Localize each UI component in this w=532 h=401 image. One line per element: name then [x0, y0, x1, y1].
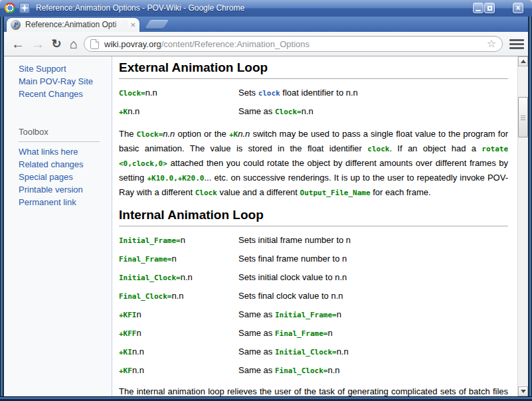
section-heading-external-animation-loop: External Animation Loop [119, 60, 508, 79]
address-bar[interactable]: wiki.povray.org/content/Reference:Animat… [84, 36, 503, 52]
definition-row: +Kn.n Same as Clock=n.n [119, 106, 508, 116]
window-close-button[interactable]: × [513, 3, 523, 13]
code-ref: Initial_Clock= [275, 348, 337, 357]
wiki-sidebar: Site Support Main POV-Ray Site Recent Ch… [4, 56, 112, 396]
page-icon[interactable] [90, 39, 99, 49]
definition-row: Clock=n.n Sets clock float identifier to… [119, 88, 508, 98]
new-tab-button[interactable] [145, 20, 169, 29]
gear-icon [21, 5, 28, 11]
paragraph-external-loop: The Clock=n.n option or the +Kn.n switch… [119, 127, 508, 200]
term-variable: n.n [128, 106, 139, 116]
window-border-bottom [0, 396, 532, 401]
home-icon: ⌂ [70, 37, 78, 52]
definition-row: Final_Frame=n Sets final frame number to… [119, 254, 508, 264]
home-button[interactable]: ⌂ [65, 35, 82, 53]
code-term: +KF [119, 366, 132, 375]
sidebar-item-special-pages[interactable]: Special pages [19, 171, 112, 183]
definition-list-external: Clock=n.n Sets clock float identifier to… [119, 88, 508, 116]
browser-window: Reference:Animation Options - POV-Wiki -… [0, 0, 532, 401]
code-ref: clock [367, 145, 389, 153]
tab-title: Reference:Animation Opti [25, 20, 128, 30]
scrollbar-grip [521, 116, 525, 120]
reload-icon: ↻ [51, 37, 61, 51]
code-term: +KI [119, 348, 132, 357]
bookmark-star-icon[interactable]: ☆ [487, 39, 496, 49]
scroll-down-button[interactable] [518, 386, 528, 396]
code-ref: Initial_Frame= [275, 311, 337, 319]
definition-row: Final_Clock=n.n Sets final clock value t… [119, 291, 508, 301]
sidebar-item-site-support[interactable]: Site Support [19, 62, 112, 75]
definition-row: +KFFn Same as Final_Frame=n [119, 328, 508, 338]
code-term: Final_Clock= [119, 292, 171, 301]
forward-button[interactable]: → [29, 35, 46, 53]
browser-toolbar: ← → ↻ ⌂ wiki.povray.org/content/Referenc… [4, 32, 528, 56]
url-text[interactable]: wiki.povray.org/content/Reference:Animat… [104, 39, 487, 49]
definition-row: +KIn.n Same as Initial_Clock=n.n [119, 347, 508, 357]
tab-close-icon[interactable]: × [130, 21, 135, 29]
section-heading-internal-animation-loop: Internal Animation Loop [119, 208, 508, 226]
code-term: +K [119, 108, 128, 116]
code-ref: Clock [195, 189, 217, 197]
forward-icon: → [31, 37, 44, 52]
definition-row: Initial_Clock=n.n Sets initial clock val… [119, 272, 508, 282]
definition-row: +KFIn Same as Initial_Frame=n [119, 309, 508, 319]
scroll-down-icon [521, 390, 526, 393]
article-body: External Animation Loop Clock=n.n Sets c… [112, 56, 517, 396]
code-term: Final_Frame= [119, 255, 171, 264]
tab-strip: P Reference:Animation Opti × [4, 17, 528, 32]
code-ref: Clock= [137, 130, 163, 139]
title-bar: Reference:Animation Options - POV-Wiki -… [0, 0, 532, 17]
code-term: +KFI [119, 311, 137, 319]
code-term: +KFF [119, 329, 137, 338]
back-button[interactable]: ← [9, 35, 27, 53]
chrome-logo-icon [5, 3, 15, 13]
code-ref: +K10.0,+K20.0 [147, 174, 204, 183]
code-link-clock[interactable]: clock [258, 89, 280, 98]
code-ref: Clock= [275, 108, 302, 116]
window-title: Reference:Animation Options - POV-Wiki -… [36, 0, 244, 17]
chrome-menu-icon[interactable] [509, 39, 524, 49]
sidebar-divider [19, 141, 100, 142]
url-path: /content/Reference:Animation_Options [161, 39, 310, 49]
page-content: Site Support Main POV-Ray Site Recent Ch… [4, 56, 528, 396]
code-term: Initial_Clock= [119, 274, 181, 282]
window-border-right [528, 17, 532, 401]
sidebar-item-what-links-here[interactable]: What links here [19, 145, 112, 158]
povray-favicon: P [11, 20, 21, 30]
back-icon: ← [11, 37, 25, 52]
code-term: Clock= [119, 89, 145, 98]
sidebar-item-permanent-link[interactable]: Permanent link [19, 196, 112, 208]
definition-row: +KFn.n Same as Final_Clock=n.n [119, 365, 508, 375]
scroll-up-icon [521, 60, 526, 63]
code-ref: Final_Frame= [275, 329, 327, 338]
term-variable: n.n [145, 88, 157, 98]
scroll-up-button[interactable] [518, 56, 528, 66]
url-host: wiki.povray.org [104, 39, 161, 49]
code-term: Initial_Frame= [119, 236, 181, 245]
definition-row: Initial_Frame=n Sets initial frame numbe… [119, 235, 508, 245]
maximize-button[interactable] [484, 3, 495, 13]
maximize-icon [488, 6, 492, 11]
window-menu-button[interactable] [19, 3, 30, 13]
vertical-scrollbar[interactable] [517, 56, 528, 396]
sidebar-item-recent-changes[interactable]: Recent Changes [19, 88, 112, 100]
code-ref: Output_File_Name [300, 189, 371, 197]
tab-animation-options[interactable]: P Reference:Animation Opti × [7, 18, 139, 32]
code-ref: +K [229, 130, 238, 139]
minimize-icon [476, 10, 481, 11]
reload-button[interactable]: ↻ [48, 35, 65, 53]
sidebar-item-related-changes[interactable]: Related changes [19, 158, 112, 171]
code-ref: Final_Clock= [275, 366, 327, 375]
window-border-left [0, 17, 4, 401]
sidebar-item-main-povray-site[interactable]: Main POV-Ray Site [19, 75, 112, 88]
scrollbar-thumb[interactable] [518, 97, 528, 137]
definition-list-internal: Initial_Frame=n Sets initial frame numbe… [119, 235, 508, 375]
sidebar-item-printable-version[interactable]: Printable version [19, 183, 112, 196]
toolbox-heading: Toolbox [19, 126, 112, 138]
paragraph-internal-loop: The internal animation loop relieves the… [119, 384, 508, 396]
minimize-button[interactable] [473, 3, 484, 13]
window-close-icon: × [515, 4, 520, 12]
